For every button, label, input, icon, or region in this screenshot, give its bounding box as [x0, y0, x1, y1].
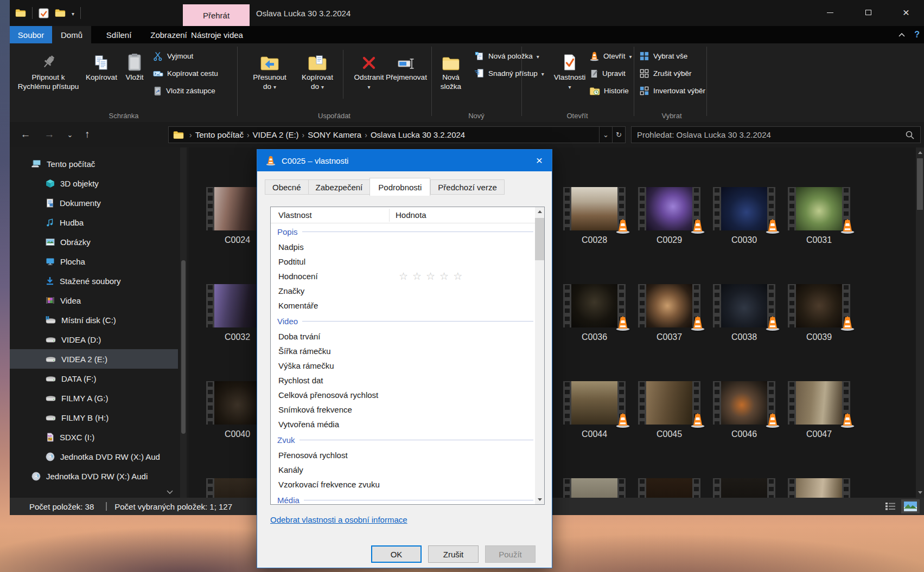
file-item-c0045[interactable]: C0045 [638, 381, 700, 439]
sidebar-item-filmy-a-g[interactable]: FILMY A (G:) [10, 388, 178, 408]
refresh-icon[interactable]: ↻ [613, 126, 626, 143]
breadcrumb-segment[interactable]: VIDEA 2 (E:) [253, 130, 299, 139]
up-button[interactable]: ↑ [79, 127, 95, 142]
forward-button[interactable]: → [41, 127, 58, 142]
history-button[interactable]: Historie [589, 83, 629, 98]
sidebar-item-videa[interactable]: Videa [10, 291, 178, 310]
sidebar-item-obr-zky[interactable]: Obrázky [10, 232, 178, 252]
collapse-ribbon-chevron-icon[interactable] [898, 33, 906, 37]
property-row[interactable]: Snímková frekvence [271, 402, 535, 417]
file-item-c0031[interactable]: C0031 [788, 187, 850, 245]
breadcrumb-segment[interactable]: Oslava Lucka 30 3.2.2024 [371, 130, 465, 139]
sidebar-item-sdxc-i[interactable]: SDSDXC (I:) [10, 427, 178, 447]
help-icon[interactable]: ? [914, 30, 920, 40]
file-item-c0044[interactable]: C0044 [563, 381, 626, 439]
tab-prehrat[interactable]: Přehrát [183, 4, 250, 26]
dialog-tab-obecn-[interactable]: Obecné [265, 179, 308, 195]
checkmark-icon[interactable] [39, 8, 49, 18]
sidebar-item-hudba[interactable]: Hudba [10, 213, 178, 232]
apply-button[interactable]: Použít [485, 545, 536, 563]
property-row[interactable]: Hodnocení☆☆☆☆☆ [271, 269, 535, 284]
file-item[interactable] [563, 478, 626, 498]
scroll-up-icon[interactable] [538, 210, 542, 213]
paste-button[interactable]: Vložit [120, 47, 149, 82]
breadcrumb-segment[interactable]: Tento počítač [195, 130, 244, 139]
close-button[interactable]: × [894, 4, 919, 21]
sidebar-scrollbar[interactable] [180, 147, 187, 498]
details-view-button[interactable] [883, 499, 898, 513]
file-item-c0046[interactable]: C0046 [713, 381, 775, 439]
edit-button[interactable]: Upravit [589, 66, 626, 80]
file-item[interactable] [713, 478, 775, 498]
easy-access-button[interactable]: Snadný přístup [474, 66, 544, 80]
copy-path-button[interactable]: Kopírovat cestu [153, 66, 218, 80]
property-row[interactable]: Nadpis [271, 240, 535, 254]
file-item-c0037[interactable]: C0037 [638, 284, 700, 342]
tab-sdileni[interactable]: Sdílení [95, 26, 142, 43]
tab-nastroje-videa[interactable]: Nástroje videa [183, 26, 251, 43]
sidebar-item-plocha[interactable]: Plocha [10, 252, 178, 271]
file-item-c0030[interactable]: C0030 [713, 187, 775, 245]
sidebar-scroll-chevron-icon[interactable] [166, 490, 174, 494]
file-item-c0036[interactable]: C0036 [563, 284, 626, 342]
sidebar-item-data-f[interactable]: DATA (F:) [10, 369, 178, 388]
sidebar-item-jednotka-dvd-rw-x-aud[interactable]: Jednotka DVD RW (X:) Aud [10, 447, 178, 466]
copy-button[interactable]: Kopírovat [84, 47, 119, 82]
property-row[interactable]: Rychlost dat [271, 373, 535, 388]
search-icon[interactable] [905, 130, 915, 140]
folder-icon[interactable] [15, 9, 26, 17]
select-none-button[interactable]: Zrušit výběr [639, 66, 692, 80]
maximize-button[interactable] [856, 4, 881, 21]
invert-selection-button[interactable]: Invertovat výběr [639, 83, 705, 98]
qat-dropdown-caret-icon[interactable] [72, 8, 74, 18]
sidebar-item-jednotka-dvd-rw-x-audi[interactable]: Jednotka DVD RW (X:) Audi [10, 466, 178, 486]
tab-domu[interactable]: Domů [52, 26, 91, 43]
new-folder-button[interactable]: Novásložka [433, 47, 469, 91]
property-row[interactable]: Komentáře [271, 298, 535, 313]
property-row[interactable]: Podtitul [271, 254, 535, 269]
file-item-c0029[interactable]: C0029 [638, 187, 700, 245]
scroll-down-icon[interactable] [918, 491, 922, 494]
select-all-button[interactable]: Vybrat vše [639, 49, 687, 63]
copy-to-button[interactable]: Kopírovatdo [295, 47, 340, 92]
recent-locations-chevron-icon[interactable]: ⌄ [62, 127, 78, 142]
sidebar-item-3d-objekty[interactable]: 3D objekty [10, 173, 178, 193]
open-button[interactable]: Otevřít [589, 49, 632, 63]
sidebar-item-sta-en-soubory[interactable]: Stažené soubory [10, 271, 178, 291]
dialog-close-button[interactable] [527, 150, 552, 171]
search-box[interactable]: Prohledat: Oslava Lucka 30 3.2.2024 [631, 126, 921, 143]
scroll-down-icon[interactable] [538, 498, 542, 501]
back-button[interactable]: ← [17, 127, 34, 142]
dialog-tab-zabezpe-en-[interactable]: Zabezpečení [308, 179, 370, 195]
move-to-button[interactable]: Přesunoutdo [247, 47, 292, 92]
property-row[interactable]: Značky [271, 284, 535, 298]
minimize-button[interactable] [818, 4, 843, 21]
dialog-scroll-thumb[interactable] [535, 218, 544, 260]
cut-button[interactable]: Vyjmout [153, 49, 193, 63]
dialog-tab-podrobnosti[interactable]: Podrobnosti [369, 178, 430, 196]
file-item-c0047[interactable]: C0047 [788, 381, 850, 439]
breadcrumb[interactable]: ›Tento počítač›VIDEA 2 (E:)›SONY Kamera›… [168, 126, 600, 143]
dialog-tab-p-edchoz-verze[interactable]: Předchozí verze [430, 179, 504, 195]
property-row[interactable]: Doba trvání [271, 329, 535, 344]
property-row[interactable]: Výška rámečku [271, 358, 535, 373]
new-item-button[interactable]: Nová položka [474, 49, 539, 63]
sidebar-scroll-thumb[interactable] [181, 260, 186, 434]
file-item[interactable] [638, 478, 700, 498]
property-row[interactable]: Vzorkovací frekvence zvuku [271, 477, 535, 492]
remove-properties-link[interactable]: Odebrat vlastnosti a osobní informace [270, 515, 407, 524]
dialog-scrollbar[interactable] [535, 207, 544, 504]
sidebar-item-dokumenty[interactable]: Dokumenty [10, 193, 178, 213]
folder-icon[interactable] [55, 9, 66, 17]
property-row[interactable]: Šířka rámečku [271, 344, 535, 358]
address-dropdown-caret-icon[interactable]: ⌄ [600, 126, 613, 143]
sidebar-item-tento-po-ta[interactable]: Tento počítač [10, 154, 178, 173]
thumbnails-view-button[interactable] [901, 499, 920, 513]
sidebar-item-videa-d[interactable]: VIDEA (D:) [10, 330, 178, 349]
breadcrumb-segment[interactable]: SONY Kamera [308, 130, 361, 139]
file-item-c0038[interactable]: C0038 [713, 284, 775, 342]
pin-to-quick-access-button[interactable]: Připnout kRychlému přístupu [14, 47, 82, 91]
scroll-up-icon[interactable] [918, 151, 922, 154]
ok-button[interactable]: OK [371, 545, 422, 563]
rating-stars[interactable]: ☆☆☆☆☆ [399, 270, 467, 282]
